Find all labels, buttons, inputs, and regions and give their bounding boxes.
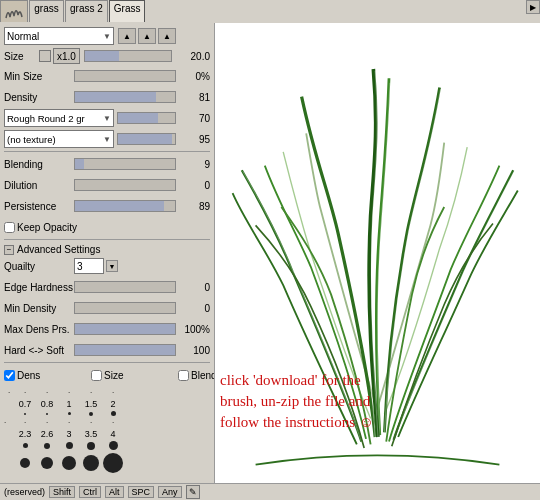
status-bar: (reserved) Shift Ctrl Alt SPC Any ✎ — [0, 483, 540, 500]
tab-grass[interactable]: grass — [29, 0, 64, 22]
dilution-slider[interactable] — [74, 179, 176, 191]
tab-grass2[interactable]: grass 2 — [65, 0, 108, 22]
dot-3[interactable] — [66, 442, 73, 449]
keep-opacity-row: Keep Opacity — [4, 218, 210, 236]
size-checkbox[interactable] — [91, 370, 102, 381]
size-lock-icon[interactable] — [39, 50, 51, 62]
tab-scroll-right[interactable]: ▶ — [526, 0, 540, 14]
brush-shape-row: Rough Round 2 gr ▼ 70 — [4, 109, 210, 127]
spc-btn[interactable]: SPC — [128, 486, 155, 498]
texture-slider[interactable] — [117, 133, 176, 145]
dot-35[interactable] — [87, 442, 95, 450]
max-dens-row: Max Dens Prs. 100% — [4, 320, 210, 338]
dot-large1[interactable] — [20, 458, 30, 468]
advanced-settings-header[interactable]: − Advanced Settings — [4, 244, 210, 255]
brush-shape-slider[interactable] — [117, 112, 176, 124]
shift-btn[interactable]: Shift — [49, 486, 75, 498]
min-size-slider[interactable] — [74, 70, 176, 82]
size-checkbox-label: Size — [104, 370, 174, 381]
dot-2[interactable] — [111, 411, 116, 416]
val-35: 3.5 — [80, 429, 102, 439]
size-label-1: · — [58, 388, 80, 397]
tab-grass-active[interactable]: Grass — [109, 0, 146, 22]
dot-1[interactable] — [68, 412, 71, 415]
blend-mode-arrow: ▼ — [103, 32, 111, 41]
keep-opacity-checkbox[interactable] — [4, 222, 15, 233]
val-3: 3 — [58, 429, 80, 439]
min-size-row: Min Size 0% — [4, 67, 210, 85]
dilution-value: 0 — [178, 180, 210, 191]
edge-hardness-slider[interactable] — [74, 281, 176, 293]
brush-shape-dropdown[interactable]: Rough Round 2 gr ▼ — [4, 109, 114, 127]
canvas-area: click 'download' for the brush, un-zip t… — [215, 23, 540, 483]
dot-23[interactable] — [23, 443, 28, 448]
alt-btn[interactable]: Alt — [105, 486, 124, 498]
size-label: Size — [4, 51, 39, 62]
hard-soft-slider[interactable] — [74, 344, 176, 356]
density-slider[interactable] — [74, 91, 176, 103]
blend-mode-dropdown[interactable]: Normal ▼ — [4, 27, 114, 45]
dot-08[interactable] — [46, 413, 48, 415]
dot-07[interactable] — [24, 413, 26, 415]
main-area: Normal ▼ ▲ ▲ ▲ Size x1.0 20.0 — [0, 23, 540, 483]
blend-icons: ▲ ▲ ▲ — [118, 28, 176, 44]
stabilizer-row: Dens Size Blend — [4, 366, 210, 384]
size-value: 20.0 — [178, 51, 210, 62]
dot-large3[interactable] — [62, 456, 76, 470]
icon-fade[interactable]: ▲ — [118, 28, 136, 44]
min-density-value: 0 — [178, 303, 210, 314]
size-slider[interactable] — [84, 50, 172, 62]
quality-row: Quailty 3 ▼ — [4, 257, 210, 275]
texture-value: 95 — [178, 134, 210, 145]
ctrl-btn[interactable]: Ctrl — [79, 486, 101, 498]
persistence-value: 89 — [178, 201, 210, 212]
copyright-text: (reserved) — [4, 487, 45, 497]
persistence-slider[interactable] — [74, 200, 176, 212]
min-density-row: Min Density 0 — [4, 299, 210, 317]
hard-soft-value: 100 — [178, 345, 210, 356]
hair-icon-tab[interactable] — [0, 0, 28, 22]
dens-checkbox[interactable] — [4, 370, 15, 381]
texture-row: (no texture) ▼ 95 — [4, 130, 210, 148]
edge-hardness-row: Edge Hardness 0 — [4, 278, 210, 296]
dot-26[interactable] — [44, 443, 50, 449]
blend-checkbox[interactable] — [178, 370, 189, 381]
quality-dropdown-btn[interactable]: ▼ — [106, 260, 118, 272]
divider3 — [4, 362, 210, 363]
any-btn[interactable]: Any — [158, 486, 182, 498]
dot-large5-selected[interactable] — [103, 453, 123, 473]
keep-opacity-label: Keep Opacity — [17, 222, 87, 233]
min-size-label: Min Size — [4, 71, 74, 82]
size-label-2: · — [102, 388, 124, 397]
max-dens-label: Max Dens Prs. — [4, 324, 74, 335]
brush-size-values-row1: 0.7 0.8 1 1.5 2 — [4, 398, 210, 410]
brush-size-values-row2: 2.3 2.6 3 3.5 4 — [4, 428, 210, 440]
advanced-toggle-icon[interactable]: − — [4, 245, 14, 255]
advanced-label: Advanced Settings — [17, 244, 100, 255]
dot-4[interactable] — [109, 441, 118, 450]
edit-icon[interactable]: ✎ — [186, 485, 200, 499]
max-dens-value: 100% — [178, 324, 210, 335]
dot-15[interactable] — [89, 412, 93, 416]
icon-fill[interactable]: ▲ — [138, 28, 156, 44]
persistence-row: Persistence 89 — [4, 197, 210, 215]
persistence-label: Persistence — [4, 201, 74, 212]
size-label-08: · — [36, 388, 58, 397]
blending-slider[interactable] — [74, 158, 176, 170]
dilution-row: Dilution 0 — [4, 176, 210, 194]
brush-tab-row: grass grass 2 Grass ▶ — [0, 0, 540, 22]
blend-mode-row: Normal ▼ ▲ ▲ ▲ — [4, 27, 210, 45]
dot-large2[interactable] — [41, 457, 53, 469]
icon-hard[interactable]: ▲ — [158, 28, 176, 44]
brush-shape-arrow: ▼ — [103, 114, 111, 123]
density-label: Density — [4, 92, 74, 103]
min-density-slider[interactable] — [74, 302, 176, 314]
blending-label: Blending — [4, 159, 74, 170]
val-07: 0.7 — [14, 399, 36, 409]
size-multiplier[interactable]: x1.0 — [53, 48, 80, 64]
quality-value-box: 3 — [74, 258, 104, 274]
texture-dropdown[interactable]: (no texture) ▼ — [4, 130, 114, 148]
size-label-15: · — [80, 388, 102, 397]
max-dens-slider[interactable] — [74, 323, 176, 335]
dot-large4[interactable] — [83, 455, 99, 471]
